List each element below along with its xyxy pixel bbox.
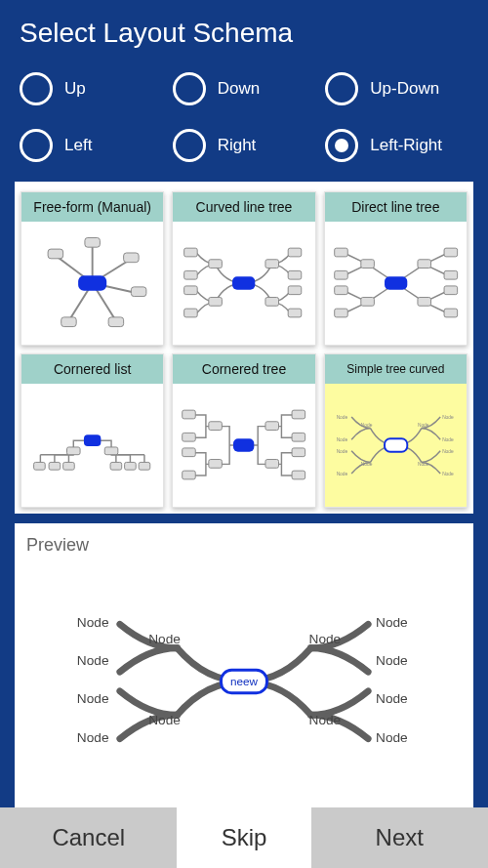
- schema-card-title: Simple tree curved: [325, 354, 467, 384]
- header: Select Layout Schema: [0, 0, 488, 57]
- schema-card-simpletreecurved[interactable]: Simple tree curved NodeNode NodeNode Nod…: [324, 353, 468, 508]
- svg-rect-18: [209, 298, 223, 307]
- svg-text:neew: neew: [230, 675, 259, 687]
- svg-rect-67: [265, 460, 279, 469]
- svg-text:Node: Node: [309, 632, 342, 646]
- schema-card-title: Curved line tree: [173, 192, 314, 222]
- svg-rect-57: [67, 447, 81, 455]
- schema-card-freeform[interactable]: Free-form (Manual): [20, 191, 164, 346]
- svg-rect-13: [184, 248, 198, 257]
- schema-card-curvedline[interactable]: Curved line tree: [172, 191, 315, 346]
- svg-rect-12: [78, 275, 106, 291]
- svg-rect-65: [209, 460, 223, 469]
- svg-text:Node: Node: [148, 713, 181, 727]
- cancel-button[interactable]: Cancel: [0, 807, 182, 868]
- schema-thumbnail: [325, 222, 467, 345]
- svg-rect-41: [334, 309, 347, 317]
- svg-rect-43: [360, 298, 374, 307]
- schema-card-title: Free-form (Manual): [21, 192, 163, 222]
- svg-rect-63: [183, 471, 196, 479]
- svg-text:Node: Node: [336, 472, 347, 476]
- svg-rect-48: [444, 286, 458, 295]
- svg-rect-85: [385, 438, 407, 452]
- svg-text:Node: Node: [77, 653, 109, 668]
- svg-rect-53: [63, 462, 75, 470]
- svg-text:Node: Node: [418, 423, 429, 428]
- svg-rect-44: [418, 260, 431, 269]
- svg-rect-19: [265, 260, 279, 269]
- svg-rect-39: [334, 270, 347, 279]
- radio-label: Down: [218, 79, 260, 99]
- preview-title: Preview: [24, 531, 464, 563]
- svg-text:Node: Node: [148, 632, 181, 646]
- next-button[interactable]: Next: [311, 807, 488, 868]
- svg-rect-10: [108, 317, 124, 327]
- schema-grid[interactable]: Free-form (Manual) Curved line tree: [15, 182, 473, 514]
- radio-label: Up: [64, 79, 86, 99]
- svg-rect-15: [184, 286, 198, 295]
- svg-rect-46: [444, 248, 458, 257]
- radio-left[interactable]: Left: [20, 129, 163, 162]
- svg-rect-71: [292, 471, 305, 479]
- svg-rect-45: [418, 298, 431, 307]
- radio-label: Up-Down: [370, 79, 439, 99]
- svg-text:Node: Node: [77, 730, 109, 745]
- svg-rect-64: [209, 422, 223, 431]
- schema-thumbnail: NodeNode NodeNode NodeNode NodeNode Node…: [325, 384, 467, 507]
- radio-circle-icon: [20, 129, 53, 162]
- svg-rect-60: [183, 410, 196, 419]
- preview-canvas: Node Node Node Node Node Node Node Node …: [24, 563, 464, 800]
- svg-rect-70: [292, 448, 305, 457]
- radio-up[interactable]: Up: [20, 72, 163, 105]
- svg-rect-14: [184, 270, 198, 279]
- svg-rect-24: [289, 309, 303, 317]
- schema-thumbnail: [173, 222, 314, 345]
- schema-card-title: Cornered list: [21, 354, 163, 384]
- svg-rect-8: [124, 253, 140, 263]
- svg-text:Node: Node: [336, 437, 347, 442]
- svg-rect-38: [334, 248, 347, 257]
- svg-text:Node: Node: [77, 615, 109, 630]
- svg-text:Node: Node: [442, 449, 454, 454]
- svg-rect-7: [85, 237, 101, 247]
- svg-rect-9: [131, 287, 146, 297]
- svg-rect-72: [233, 438, 254, 452]
- radio-down[interactable]: Down: [173, 72, 316, 105]
- svg-text:Node: Node: [336, 449, 347, 454]
- schema-card-corneredlist[interactable]: Cornered list: [20, 353, 164, 508]
- bottom-action-bar: Cancel Skip Next: [0, 807, 488, 868]
- svg-rect-51: [34, 462, 46, 470]
- radio-circle-icon: [20, 72, 53, 105]
- svg-rect-59: [84, 434, 101, 446]
- svg-rect-21: [289, 248, 303, 257]
- radio-updown[interactable]: Up-Down: [325, 72, 468, 105]
- svg-rect-25: [232, 276, 255, 290]
- page-title: Select Layout Schema: [20, 18, 468, 49]
- direction-radio-group: Up Down Up-Down Left Right Left-Right: [0, 57, 488, 182]
- svg-text:Node: Node: [336, 415, 347, 420]
- schema-card-corneredtree[interactable]: Cornered tree: [172, 353, 315, 508]
- radio-leftright[interactable]: Left-Right: [325, 129, 468, 162]
- svg-rect-23: [289, 286, 303, 295]
- schema-card-directline[interactable]: Direct line tree: [324, 191, 468, 346]
- skip-button[interactable]: Skip: [182, 807, 310, 868]
- svg-text:Node: Node: [442, 472, 454, 476]
- svg-rect-16: [184, 309, 198, 317]
- svg-rect-17: [209, 260, 223, 269]
- svg-text:Node: Node: [418, 462, 429, 467]
- svg-rect-69: [292, 433, 305, 441]
- svg-rect-49: [444, 309, 458, 317]
- svg-rect-52: [49, 462, 61, 470]
- svg-text:Node: Node: [442, 437, 454, 442]
- svg-text:Node: Node: [360, 423, 372, 428]
- svg-text:Node: Node: [376, 692, 408, 707]
- radio-right[interactable]: Right: [173, 129, 316, 162]
- svg-rect-66: [265, 422, 279, 431]
- svg-text:Node: Node: [442, 415, 454, 420]
- radio-circle-icon: [325, 72, 358, 105]
- svg-rect-68: [292, 410, 305, 419]
- schema-card-title: Cornered tree: [173, 354, 314, 384]
- svg-rect-55: [125, 462, 137, 470]
- svg-rect-11: [61, 317, 77, 327]
- svg-rect-58: [104, 447, 118, 455]
